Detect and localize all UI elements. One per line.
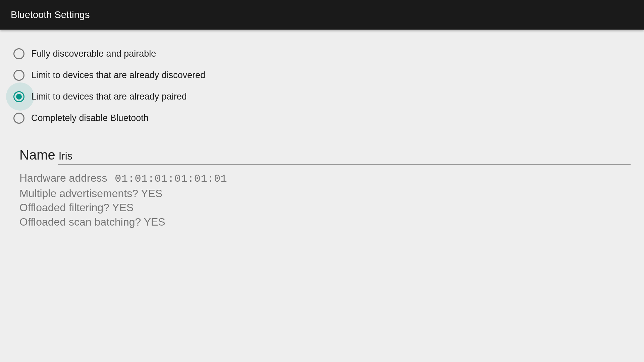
device-name-section: Name (13, 147, 631, 165)
hardware-address-label: Hardware address (19, 172, 107, 184)
offloaded-filtering-row: Offloaded filtering? YES (19, 200, 631, 215)
radio-button-icon (13, 48, 24, 59)
radio-inner-dot-icon (16, 94, 22, 100)
multiple-advertisements-label: Multiple advertisements? (19, 187, 141, 199)
multiple-advertisements-value: YES (141, 187, 162, 199)
radio-label: Fully discoverable and pairable (31, 49, 156, 59)
hardware-address-value: 01:01:01:01:01:01 (115, 173, 227, 185)
radio-label: Limit to devices that are already paired (31, 92, 187, 102)
radio-button-icon (13, 70, 24, 81)
name-label: Name (19, 147, 55, 163)
radio-fully-discoverable[interactable]: Fully discoverable and pairable (13, 43, 631, 64)
offloaded-filtering-label: Offloaded filtering? (19, 201, 112, 214)
offloaded-filtering-value: YES (112, 201, 133, 214)
radio-button-icon (13, 113, 24, 124)
radio-button-icon (13, 91, 24, 102)
page-title: Bluetooth Settings (11, 9, 90, 20)
offloaded-scan-batching-value: YES (144, 216, 165, 228)
radio-limit-discovered[interactable]: Limit to devices that are already discov… (13, 64, 631, 86)
bluetooth-mode-radio-group: Fully discoverable and pairable Limit to… (13, 43, 631, 129)
app-header: Bluetooth Settings (0, 0, 644, 30)
multiple-advertisements-row: Multiple advertisements? YES (19, 186, 631, 201)
radio-label: Completely disable Bluetooth (31, 113, 149, 123)
offloaded-scan-batching-row: Offloaded scan batching? YES (19, 215, 631, 229)
device-name-input[interactable] (58, 149, 631, 165)
content-area: Fully discoverable and pairable Limit to… (0, 30, 644, 242)
device-info-section: Hardware address 01:01:01:01:01:01 Multi… (13, 171, 631, 229)
offloaded-scan-batching-label: Offloaded scan batching? (19, 216, 144, 228)
hardware-address-row: Hardware address 01:01:01:01:01:01 (19, 171, 631, 186)
radio-disable-bluetooth[interactable]: Completely disable Bluetooth (13, 107, 631, 129)
radio-label: Limit to devices that are already discov… (31, 70, 205, 80)
radio-limit-paired[interactable]: Limit to devices that are already paired (13, 86, 631, 107)
